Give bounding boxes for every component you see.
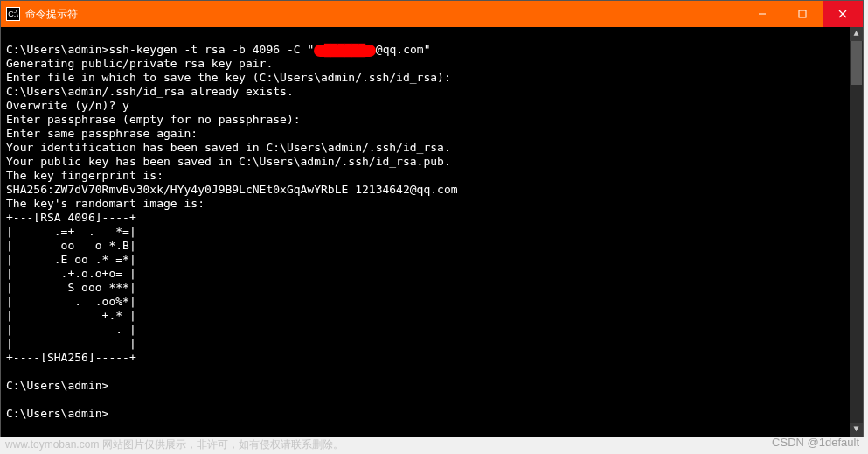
close-icon — [838, 10, 847, 18]
app-icon: C:\ — [6, 7, 20, 21]
randomart-line: | +.* | — [6, 309, 136, 322]
randomart-line: | . | — [6, 323, 136, 336]
console-area: C:\Users\admin>ssh-keygen -t rsa -b 4096… — [1, 27, 863, 437]
prompt: C:\Users\admin> — [6, 379, 108, 392]
randomart-line: | oo o *.B| — [6, 239, 136, 252]
command-post: @qq.com" — [376, 43, 431, 56]
background-site-text: www.toymoban.com 网站图片仅供展示，非许可，如有侵权请联系删除。 — [0, 436, 349, 454]
output-line: SHA256:ZW7dV70RmvBv30xk/HYy4y0J9B9LcNEt0… — [6, 183, 458, 196]
command-pre: ssh-keygen -t rsa -b 4096 -C " — [108, 43, 314, 56]
minimize-button[interactable] — [742, 1, 782, 27]
output-line: The key's randomart image is: — [6, 197, 205, 210]
window-controls — [742, 1, 863, 27]
redacted-email-user: 1██████2 — [314, 45, 376, 57]
maximize-button[interactable] — [782, 1, 823, 27]
close-button[interactable] — [823, 1, 863, 27]
randomart-line: | .E oo .* =*| — [6, 253, 136, 266]
svg-rect-1 — [799, 10, 806, 17]
randomart-line: | | — [6, 337, 136, 350]
output-line: Overwrite (y/n)? y — [6, 99, 129, 112]
terminal-output[interactable]: C:\Users\admin>ssh-keygen -t rsa -b 4096… — [1, 27, 849, 437]
randomart-line: | . .oo%*| — [6, 295, 136, 308]
randomart-line: +---[RSA 4096]----+ — [6, 211, 136, 224]
minimize-icon — [758, 10, 767, 18]
output-line: Generating public/private rsa key pair. — [6, 57, 273, 70]
scroll-up-arrow-icon[interactable]: ▲ — [850, 27, 863, 41]
output-line: Enter passphrase (empty for no passphras… — [6, 113, 301, 126]
command-prompt-window: C:\ 命令提示符 C:\Users\admin>ssh-keygen -t r… — [0, 0, 864, 437]
prompt: C:\Users\admin> — [6, 407, 108, 420]
randomart-line: | S ooo ***| — [6, 281, 136, 294]
scroll-down-arrow-icon[interactable]: ▼ — [850, 423, 863, 437]
randomart-line: +----[SHA256]-----+ — [6, 351, 136, 364]
titlebar[interactable]: C:\ 命令提示符 — [1, 1, 863, 27]
vertical-scrollbar[interactable]: ▲ ▼ — [849, 27, 863, 437]
randomart-line: | .=+ . *=| — [6, 225, 136, 238]
output-line: Enter same passphrase again: — [6, 127, 198, 140]
randomart-line: | .+.o.o+o= | — [6, 267, 136, 280]
output-line: C:\Users\admin/.ssh/id_rsa already exist… — [6, 85, 294, 98]
output-line: Your identification has been saved in C:… — [6, 141, 451, 154]
csdn-watermark: CSDN @1default — [772, 436, 859, 449]
scroll-thumb[interactable] — [851, 41, 862, 85]
window-title: 命令提示符 — [25, 7, 742, 22]
output-line: Enter file in which to save the key (C:\… — [6, 71, 451, 84]
output-line: The key fingerprint is: — [6, 169, 163, 182]
prompt: C:\Users\admin> — [6, 43, 108, 56]
maximize-icon — [798, 10, 807, 18]
output-line: Your public key has been saved in C:\Use… — [6, 155, 451, 168]
